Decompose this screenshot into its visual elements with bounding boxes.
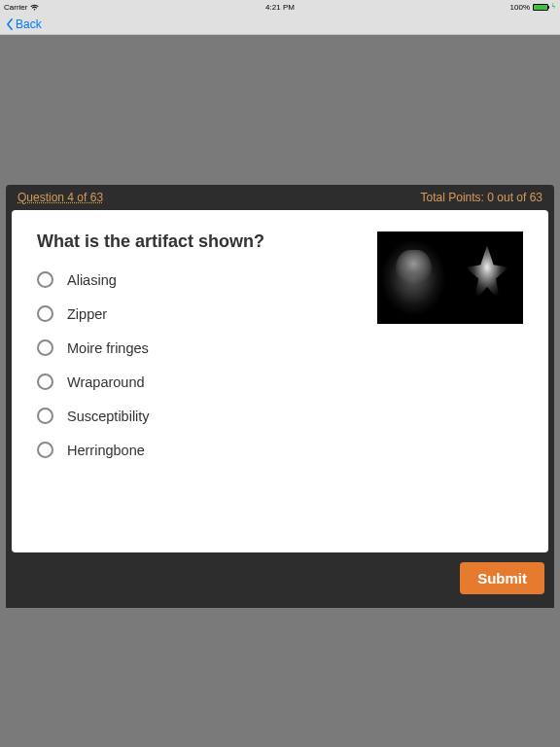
option-zipper[interactable]: Zipper (37, 305, 358, 322)
options-list: Aliasing Zipper Moire fringes Wraparound… (37, 271, 358, 458)
radio-icon (37, 374, 53, 390)
option-herringbone[interactable]: Herringbone (37, 442, 358, 458)
overlay-backdrop (0, 35, 560, 185)
battery-percent: 100% (510, 3, 530, 12)
submit-button[interactable]: Submit (460, 562, 544, 594)
charging-icon: ϟ (551, 3, 556, 11)
back-button[interactable]: Back (6, 18, 42, 31)
mri-scan-axial (377, 231, 449, 324)
question-progress: Question 4 of 63 (18, 191, 103, 204)
radio-icon (37, 305, 53, 322)
option-moire-fringes[interactable]: Moire fringes (37, 339, 358, 356)
status-bar: Carrier 4:21 PM 100% ϟ (0, 0, 560, 14)
option-label: Aliasing (67, 272, 117, 288)
mri-scan-coronal (451, 231, 523, 324)
quiz-header: Question 4 of 63 Total Points: 0 out of … (6, 185, 554, 210)
option-label: Zipper (67, 306, 107, 322)
option-susceptibility[interactable]: Susceptibility (37, 408, 358, 424)
back-label: Back (16, 18, 42, 31)
quiz-panel: Question 4 of 63 Total Points: 0 out of … (6, 185, 554, 608)
radio-icon (37, 408, 53, 424)
chevron-left-icon (6, 18, 14, 30)
option-label: Herringbone (67, 443, 145, 458)
option-label: Wraparound (67, 374, 145, 390)
total-points: Total Points: 0 out of 63 (421, 191, 542, 204)
nav-bar: Back (0, 14, 560, 35)
status-time: 4:21 PM (265, 3, 295, 12)
option-label: Moire fringes (67, 340, 149, 356)
option-label: Susceptibility (67, 409, 150, 424)
battery-icon (533, 4, 548, 11)
question-card: What is the artifact shown? Aliasing Zip… (12, 210, 548, 552)
question-text: What is the artifact shown? (37, 231, 358, 252)
quiz-footer: Submit (6, 552, 554, 608)
option-aliasing[interactable]: Aliasing (37, 271, 358, 288)
question-image (377, 231, 523, 324)
option-wraparound[interactable]: Wraparound (37, 374, 358, 390)
carrier-label: Carrier (4, 3, 27, 12)
wifi-icon (30, 4, 39, 11)
radio-icon (37, 442, 53, 458)
radio-icon (37, 271, 53, 288)
radio-icon (37, 339, 53, 356)
